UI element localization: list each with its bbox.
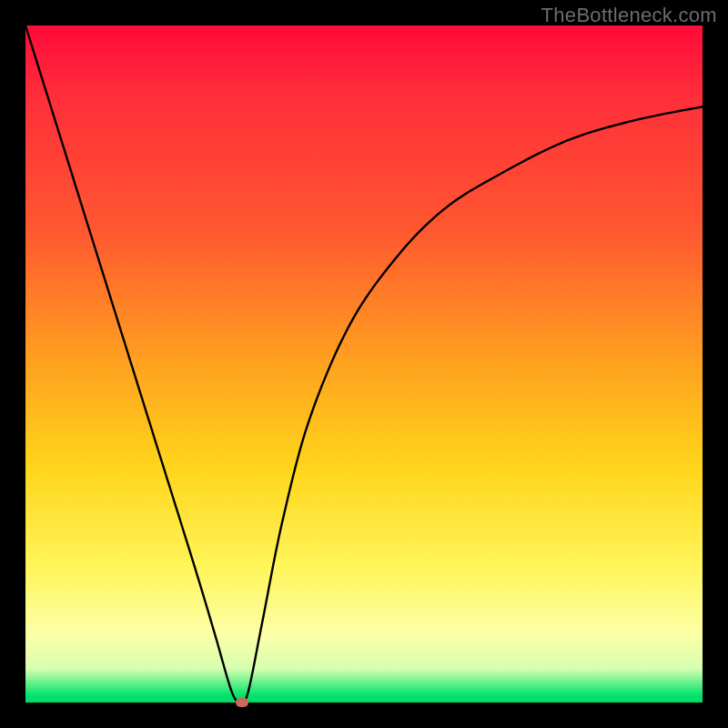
optimum-marker xyxy=(236,698,248,707)
chart-frame: TheBottleneck.com xyxy=(0,0,728,728)
watermark-text: TheBottleneck.com xyxy=(541,4,717,27)
bottleneck-curve xyxy=(25,25,703,703)
curve-path xyxy=(25,25,703,703)
plot-area xyxy=(25,25,703,703)
